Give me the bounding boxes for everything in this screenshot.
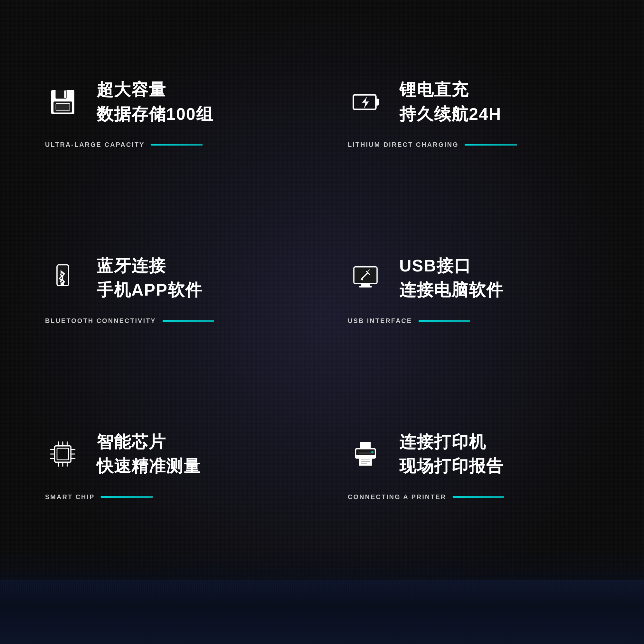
smart-chip-bar — [101, 496, 153, 498]
ultra-large-capacity-label: ULTRA-LARGE CAPACITY — [45, 141, 145, 148]
ultra-large-capacity-bar — [151, 144, 203, 146]
storage-icon — [45, 84, 81, 120]
feature-ultra-large-capacity: 超大容量 数据存储100组 ULTRA-LARGE CAPACITY — [19, 26, 322, 202]
printer-subtitle: 现场打印报告 — [399, 455, 504, 477]
feature-bluetooth: 蓝牙连接 手机APP软件 BLUETOOTH CONNECTIVITY — [19, 202, 322, 378]
printer-text: 连接打印机 现场打印报告 — [399, 431, 504, 477]
lithium-charging-label: LITHIUM DIRECT CHARGING — [348, 141, 459, 148]
usb-interface-title: USB接口 — [399, 255, 504, 277]
usb-interface-subtitle: 连接电脑软件 — [399, 279, 504, 301]
bluetooth-subtitle: 手机APP软件 — [97, 279, 203, 301]
svg-marker-7 — [362, 97, 369, 109]
usb-interface-bar — [419, 320, 470, 322]
feature-lithium-charging: 锂电直充 持久续航24H LITHIUM DIRECT CHARGING — [322, 26, 625, 202]
bluetooth-label: BLUETOOTH CONNECTIVITY — [45, 317, 156, 325]
usb-interface-label: USB INTERFACE — [348, 317, 412, 325]
svg-rect-17 — [359, 286, 372, 288]
lithium-charging-text: 锂电直充 持久续航24H — [399, 79, 501, 125]
feature-grid: 超大容量 数据存储100组 ULTRA-LARGE CAPACITY 锂电直充 — [0, 0, 644, 580]
bottom-decoration — [0, 580, 644, 644]
usb-interface-text: USB接口 连接电脑软件 — [399, 255, 504, 301]
smart-chip-title: 智能芯片 — [97, 431, 201, 453]
usb-icon — [348, 260, 383, 296]
battery-icon — [348, 84, 383, 120]
svg-rect-6 — [376, 99, 379, 106]
svg-rect-16 — [361, 284, 370, 286]
bluetooth-bar — [163, 320, 214, 322]
printer-label: CONNECTING A PRINTER — [348, 493, 446, 501]
ultra-large-capacity-text: 超大容量 数据存储100组 — [97, 79, 213, 125]
ultra-large-capacity-title: 超大容量 — [97, 79, 213, 101]
svg-point-45 — [371, 451, 374, 453]
feature-printer: 连接打印机 现场打印报告 CONNECTING A PRINTER — [322, 378, 625, 554]
bluetooth-title: 蓝牙连接 — [97, 255, 203, 277]
svg-rect-4 — [56, 103, 70, 110]
printer-title: 连接打印机 — [399, 431, 504, 453]
printer-bar — [453, 496, 504, 498]
svg-rect-37 — [360, 442, 371, 449]
svg-rect-24 — [57, 448, 69, 460]
bluetooth-text: 蓝牙连接 手机APP软件 — [97, 255, 203, 301]
smart-chip-text: 智能芯片 快速精准测量 — [97, 431, 201, 477]
feature-usb-interface: USB接口 连接电脑软件 USB INTERFACE — [322, 202, 625, 378]
bluetooth-icon — [45, 260, 81, 296]
printer-icon — [348, 436, 383, 472]
ultra-large-capacity-subtitle: 数据存储100组 — [97, 103, 213, 125]
svg-rect-40 — [358, 452, 372, 454]
feature-smart-chip: 智能芯片 快速精准测量 SMART CHIP — [19, 378, 322, 554]
lithium-charging-subtitle: 持久续航24H — [399, 103, 501, 125]
chip-icon — [45, 436, 81, 472]
lithium-charging-title: 锂电直充 — [399, 79, 501, 101]
smart-chip-label: SMART CHIP — [45, 493, 95, 501]
svg-rect-2 — [64, 90, 66, 98]
smart-chip-subtitle: 快速精准测量 — [97, 455, 201, 477]
lithium-charging-bar — [465, 144, 517, 146]
